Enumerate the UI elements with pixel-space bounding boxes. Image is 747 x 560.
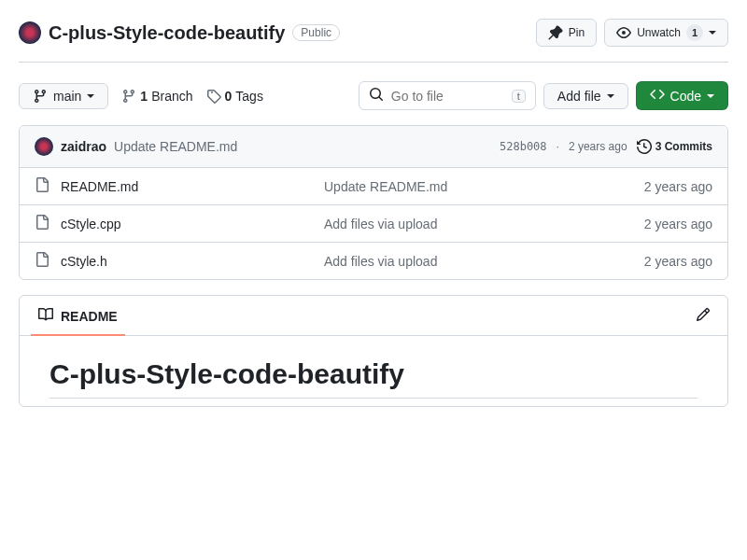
branch-select-button[interactable]: main <box>19 83 108 109</box>
file-commit-msg[interactable]: Add files via upload <box>324 254 600 269</box>
file-name[interactable]: cStyle.cpp <box>61 217 121 231</box>
readme-body: C-plus-Style-code-beautify <box>20 336 727 406</box>
pin-icon <box>548 25 563 40</box>
add-file-label: Add file <box>557 89 601 104</box>
branches-label: Branch <box>151 89 192 104</box>
add-file-button[interactable]: Add file <box>543 83 628 109</box>
tags-count: 0 <box>225 89 233 104</box>
pin-button[interactable]: Pin <box>536 19 597 47</box>
watch-button[interactable]: Unwatch 1 <box>604 19 728 47</box>
file-icon <box>35 252 49 270</box>
repo-name[interactable]: C-plus-Style-code-beautify <box>49 22 285 44</box>
file-time: 2 years ago <box>600 179 712 194</box>
pin-label: Pin <box>569 26 585 39</box>
latest-commit-bar: zaidrao Update README.md 528b008 · 2 yea… <box>20 126 727 168</box>
search-input[interactable] <box>391 89 504 104</box>
commit-hash[interactable]: 528b008 <box>500 140 547 153</box>
file-name[interactable]: cStyle.h <box>61 254 107 269</box>
file-icon <box>35 177 49 195</box>
watch-count: 1 <box>686 24 703 41</box>
commit-author[interactable]: zaidrao <box>61 139 106 154</box>
file-search[interactable]: t <box>359 81 536 110</box>
tags-link[interactable]: 0 Tags <box>206 89 263 104</box>
commits-count: 3 Commits <box>655 140 712 153</box>
repo-toolbar: main 1 Branch 0 Tags t <box>19 81 728 110</box>
tags-label: Tags <box>235 89 263 104</box>
branches-link[interactable]: 1 Branch <box>121 89 192 104</box>
visibility-badge: Public <box>292 24 340 41</box>
readme-tab-label: README <box>61 309 118 324</box>
file-time: 2 years ago <box>600 217 712 231</box>
commits-link[interactable]: 3 Commits <box>637 139 712 154</box>
code-icon <box>650 87 665 105</box>
caret-down-icon <box>709 31 716 35</box>
file-listing: zaidrao Update README.md 528b008 · 2 yea… <box>19 125 728 280</box>
eye-icon <box>616 25 631 40</box>
caret-down-icon <box>87 94 94 98</box>
file-commit-msg[interactable]: Add files via upload <box>324 217 600 231</box>
branch-name: main <box>53 89 81 104</box>
repo-header: C-plus-Style-code-beautify Public Pin Un… <box>19 19 728 63</box>
readme-tab[interactable]: README <box>31 296 125 336</box>
file-name[interactable]: README.md <box>61 179 138 194</box>
caret-down-icon <box>607 94 614 98</box>
file-commit-msg[interactable]: Update README.md <box>324 179 600 194</box>
code-button[interactable]: Code <box>636 81 728 110</box>
edit-readme-button[interactable] <box>690 301 716 330</box>
pencil-icon <box>696 310 711 325</box>
file-icon <box>35 215 49 232</box>
file-time: 2 years ago <box>600 254 712 269</box>
branches-count: 1 <box>140 89 148 104</box>
commit-time: 2 years ago <box>569 140 627 153</box>
file-row[interactable]: README.md Update README.md 2 years ago <box>20 168 727 205</box>
code-label: Code <box>670 89 701 104</box>
commit-message[interactable]: Update README.md <box>114 139 237 154</box>
file-row[interactable]: cStyle.cpp Add files via upload 2 years … <box>20 205 727 243</box>
book-icon <box>38 307 53 325</box>
watch-label: Unwatch <box>637 26 681 39</box>
search-icon <box>369 87 384 105</box>
file-row[interactable]: cStyle.h Add files via upload 2 years ag… <box>20 243 727 279</box>
search-kbd: t <box>512 90 526 103</box>
owner-avatar[interactable] <box>19 21 41 44</box>
caret-down-icon <box>707 94 714 98</box>
branch-icon <box>33 89 48 104</box>
readme-box: README C-plus-Style-code-beautify <box>19 295 728 407</box>
readme-heading: C-plus-Style-code-beautify <box>49 358 698 399</box>
commit-author-avatar[interactable] <box>35 137 53 156</box>
